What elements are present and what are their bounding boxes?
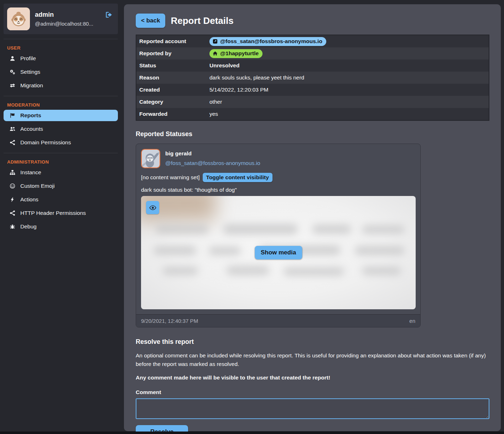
report-field-value: @foss_satan@fossbros-anonymous.io bbox=[209, 36, 489, 47]
blur-blob bbox=[154, 246, 196, 255]
bolt-icon bbox=[10, 197, 15, 202]
share-nodes-icon bbox=[10, 140, 15, 145]
sidebar-divider bbox=[4, 96, 118, 96]
report-field-label: Category bbox=[136, 99, 209, 105]
sidebar-item-reports[interactable]: Reports bbox=[4, 110, 118, 121]
page-title: Report Details bbox=[171, 15, 233, 26]
user-handle: @admin@localhost:80... bbox=[35, 21, 100, 27]
sidebar-item-label: Reports bbox=[20, 112, 41, 119]
show-media-button[interactable]: Show media bbox=[255, 246, 302, 259]
sidebar-item-instance[interactable]: Instance bbox=[4, 167, 118, 178]
sidebar-item-label: Actions bbox=[20, 196, 38, 203]
report-field-label: Created bbox=[136, 87, 209, 93]
report-field-label: Reported by bbox=[136, 50, 209, 57]
report-row-reported-account: Reported account@foss_satan@fossbros-ano… bbox=[136, 35, 489, 47]
blur-blob bbox=[227, 266, 269, 275]
report-row-category: Categoryother bbox=[136, 96, 489, 108]
report-row-forwarded: Forwardedyes bbox=[136, 108, 489, 120]
sidebar-item-label: Debug bbox=[20, 223, 37, 230]
blur-blob bbox=[155, 224, 209, 234]
report-field-value: dark souls sucks, please yeet this nerd bbox=[209, 73, 489, 82]
pill-text: @1happyturtle bbox=[220, 50, 259, 57]
sidebar-item-debug[interactable]: Debug bbox=[4, 221, 118, 232]
sidebar-section-label: ADMINISTRATION bbox=[7, 159, 120, 165]
transfer-icon bbox=[10, 83, 15, 88]
sidebar-item-label: Domain Permissions bbox=[20, 139, 71, 146]
sidebar: admin @admin@localhost:80... USERProfile… bbox=[0, 0, 124, 434]
resolve-heading: Resolve this report bbox=[136, 338, 489, 346]
report-field-label: Reported account bbox=[136, 38, 209, 45]
users-icon bbox=[10, 126, 15, 132]
hide-media-eye-button[interactable] bbox=[146, 201, 159, 214]
bottom-bar bbox=[0, 432, 504, 434]
report-field-value: @1happyturtle bbox=[209, 48, 489, 60]
home-icon bbox=[213, 51, 218, 56]
sidebar-divider bbox=[4, 39, 118, 39]
report-field-label: Forwarded bbox=[136, 111, 209, 117]
status-author-handle[interactable]: @foss_satan@fossbros-anonymous.io bbox=[165, 160, 260, 166]
status-author-name: big gerald bbox=[165, 150, 260, 157]
admin-avatar bbox=[7, 7, 30, 30]
report-field-value: 5/14/2022, 12:20:03 PM bbox=[209, 85, 489, 94]
blur-blob bbox=[209, 247, 241, 255]
sidebar-item-label: Settings bbox=[20, 69, 40, 75]
status-language: en bbox=[409, 318, 415, 324]
sidebar-item-label: Profile bbox=[20, 55, 36, 62]
sidebar-nav: USERProfileSettingsMigrationMODERATIONRe… bbox=[4, 39, 120, 232]
user-card[interactable]: admin @admin@localhost:80... bbox=[4, 4, 118, 34]
sidebar-item-http-header-permissions[interactable]: HTTP Header Permissions bbox=[4, 207, 118, 219]
blur-blob bbox=[355, 246, 405, 255]
report-row-status: StatusUnresolved bbox=[136, 60, 489, 72]
blur-blob bbox=[223, 224, 298, 234]
resolve-description: An optional comment can be included whil… bbox=[136, 351, 488, 368]
sidebar-item-settings[interactable]: Settings bbox=[4, 66, 118, 78]
page-header: < back Report Details bbox=[136, 14, 489, 28]
sidebar-item-label: HTTP Header Permissions bbox=[20, 210, 86, 216]
sidebar-item-actions[interactable]: Actions bbox=[4, 194, 118, 205]
sidebar-item-profile[interactable]: Profile bbox=[4, 53, 118, 64]
report-field-value: other bbox=[209, 97, 489, 107]
sidebar-item-label: Custom Emoji bbox=[20, 183, 54, 189]
main-panel: < back Report Details Reported account@f… bbox=[124, 4, 501, 431]
toggle-content-visibility-button[interactable]: Toggle content visibility bbox=[203, 173, 272, 182]
resolve-section: Resolve this report An optional comment … bbox=[136, 338, 489, 434]
share-nodes-icon bbox=[10, 210, 15, 216]
sidebar-section-label: USER bbox=[7, 45, 120, 51]
gears-icon bbox=[10, 69, 15, 75]
user-display-name: admin bbox=[35, 11, 100, 19]
sidebar-item-label: Instance bbox=[20, 169, 41, 176]
blur-blob bbox=[162, 267, 198, 275]
sidebar-item-domain-permissions[interactable]: Domain Permissions bbox=[4, 137, 118, 148]
report-field-value: yes bbox=[209, 109, 489, 119]
sidebar-item-custom-emoji[interactable]: Custom Emoji bbox=[4, 180, 118, 192]
eye-icon bbox=[149, 204, 156, 211]
report-row-reason: Reasondark souls sucks, please yeet this… bbox=[136, 72, 489, 84]
report-table: Reported account@foss_satan@fossbros-ano… bbox=[136, 35, 489, 121]
sidebar-item-migration[interactable]: Migration bbox=[4, 80, 118, 91]
flag-icon bbox=[10, 113, 15, 118]
report-field-label: Reason bbox=[136, 74, 209, 81]
sitemap-icon bbox=[10, 170, 15, 175]
comment-label: Comment bbox=[136, 389, 489, 396]
sign-out-icon bbox=[105, 11, 113, 19]
status-card: big gerald @foss_satan@fossbros-anonymou… bbox=[136, 144, 421, 327]
blur-blob bbox=[312, 224, 351, 234]
sidebar-section-label: MODERATION bbox=[7, 102, 120, 108]
report-field-label: Status bbox=[136, 62, 209, 69]
status-media-blurred[interactable]: Show media bbox=[141, 196, 416, 309]
sidebar-divider bbox=[4, 153, 118, 153]
status-timestamp: 9/20/2021, 12:40:37 PM bbox=[141, 318, 198, 324]
logout-button[interactable] bbox=[105, 11, 113, 20]
reported-by-pill[interactable]: @1happyturtle bbox=[209, 49, 263, 58]
resolve-warning: Any comment made here will be visible to… bbox=[136, 373, 488, 382]
sidebar-item-label: Accounts bbox=[20, 126, 43, 132]
status-text: dark souls status bot: "thoughts of dog" bbox=[141, 187, 415, 193]
reported-account-pill[interactable]: @foss_satan@fossbros-anonymous.io bbox=[209, 37, 326, 46]
sidebar-item-accounts[interactable]: Accounts bbox=[4, 123, 118, 135]
bug-icon bbox=[10, 224, 15, 229]
external-link-icon bbox=[213, 39, 218, 44]
sidebar-item-label: Migration bbox=[20, 82, 43, 89]
back-button[interactable]: < back bbox=[136, 14, 165, 28]
comment-input[interactable] bbox=[136, 398, 489, 419]
content-warning-note: [no content warning set] bbox=[141, 174, 200, 181]
